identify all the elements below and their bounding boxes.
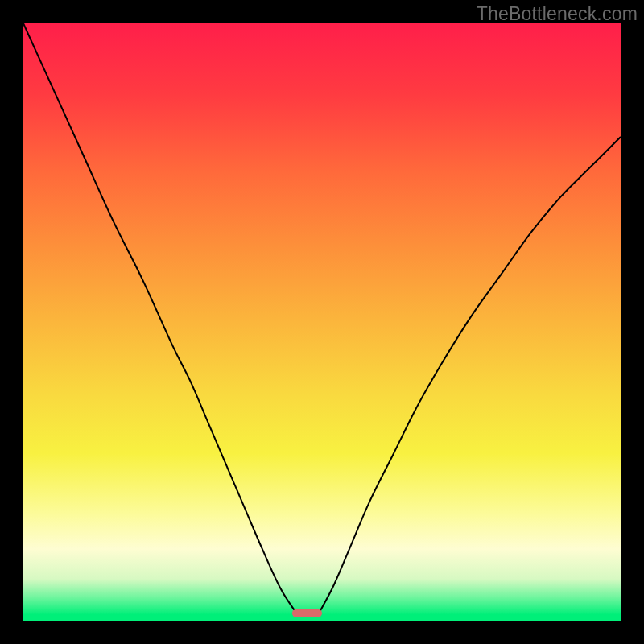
curve-right: [319, 137, 621, 613]
chart-svg: [23, 23, 621, 621]
minimum-marker: [292, 609, 322, 617]
curve-left: [23, 23, 296, 613]
plot-area: [23, 23, 621, 621]
outer-frame: TheBottleneck.com: [0, 0, 644, 644]
watermark-text: TheBottleneck.com: [477, 3, 638, 25]
